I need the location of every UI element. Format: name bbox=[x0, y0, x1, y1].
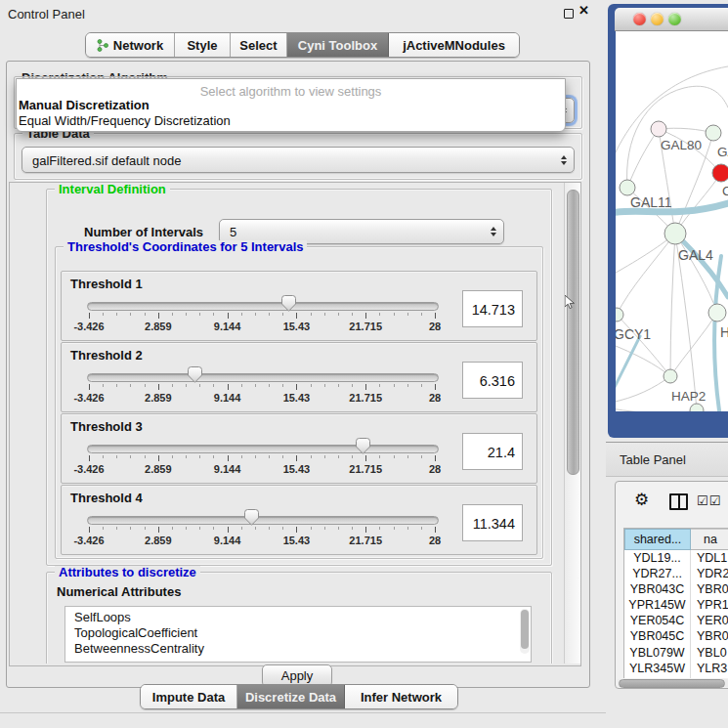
slider-thumb[interactable] bbox=[356, 438, 370, 454]
network-edge[interactable] bbox=[670, 313, 717, 376]
network-node[interactable] bbox=[708, 304, 726, 321]
cell-shared-name[interactable]: YIL052C bbox=[624, 676, 691, 678]
node-attribute-table: shared... na YDL19...YDL1YDR27...YDR2YBR… bbox=[623, 528, 728, 678]
slider-tick bbox=[241, 455, 242, 458]
network-node[interactable] bbox=[664, 223, 686, 244]
slider-tick bbox=[89, 313, 90, 319]
table-row[interactable]: YBR043CYBR0 bbox=[624, 581, 728, 597]
cell-name[interactable]: YBR0 bbox=[691, 581, 728, 597]
table-row[interactable]: YDL19...YDL1 bbox=[624, 550, 728, 566]
cell-name[interactable]: YPR1 bbox=[691, 597, 728, 613]
table-row[interactable]: YBR045CYBR0 bbox=[624, 628, 728, 644]
network-node[interactable] bbox=[620, 180, 635, 195]
zoom-traffic-light-icon[interactable] bbox=[668, 13, 681, 25]
split-columns-icon[interactable] bbox=[669, 493, 688, 510]
network-edge[interactable] bbox=[616, 376, 670, 403]
cell-name[interactable]: YBL0 bbox=[691, 645, 728, 661]
tab-discretize-data[interactable]: Discretize Data bbox=[237, 685, 345, 708]
cell-name[interactable]: YIL0 bbox=[691, 676, 728, 678]
cell-name[interactable]: YDR2 bbox=[691, 566, 728, 581]
cell-name[interactable]: YLR3 bbox=[691, 661, 728, 676]
slider-tick-label: 9.144 bbox=[214, 321, 241, 332]
cell-name[interactable]: YDL1 bbox=[691, 550, 728, 566]
network-edge[interactable] bbox=[616, 336, 640, 395]
column-header-name[interactable]: na bbox=[691, 529, 728, 550]
slider-track[interactable] bbox=[87, 373, 439, 382]
dropdown-option-manual-discretization[interactable]: Manual Discretization bbox=[19, 98, 150, 112]
slider-track[interactable] bbox=[87, 445, 439, 453]
threshold-value-field[interactable]: 6.316 bbox=[462, 362, 523, 399]
slider-tick bbox=[269, 455, 270, 458]
table-row[interactable]: YPR145WYPR1 bbox=[624, 597, 728, 613]
cell-shared-name[interactable]: YPR145W bbox=[624, 597, 691, 613]
list-scrollbar-thumb[interactable] bbox=[521, 610, 529, 649]
network-node[interactable] bbox=[664, 369, 677, 383]
gear-icon[interactable]: ⚙ bbox=[634, 492, 649, 509]
cell-shared-name[interactable]: YBR045C bbox=[624, 628, 691, 644]
network-edge[interactable] bbox=[616, 408, 697, 411]
slider-tick-label: -3.426 bbox=[73, 463, 104, 475]
attribute-item-betweennesscentrality[interactable]: BetweennessCentrality bbox=[65, 641, 531, 657]
dropdown-option-equal-width-frequency-discretization[interactable]: Equal Width/Frequency Discretization bbox=[19, 113, 231, 128]
slider-track[interactable] bbox=[87, 302, 439, 311]
network-node[interactable] bbox=[616, 308, 623, 321]
tab-jactivemnodules[interactable]: jActiveMNodules bbox=[389, 33, 519, 57]
tab-select[interactable]: Select bbox=[231, 33, 287, 57]
list-scrollbar[interactable] bbox=[520, 609, 530, 654]
network-edge[interactable] bbox=[670, 234, 675, 376]
network-window-titlebar[interactable] bbox=[615, 8, 728, 31]
table-row[interactable]: YBL079WYBL0 bbox=[624, 645, 728, 661]
cell-shared-name[interactable]: YBR043C bbox=[624, 581, 691, 597]
cell-shared-name[interactable]: YER054C bbox=[624, 613, 691, 628]
threshold-value-field[interactable]: 11.344 bbox=[462, 504, 523, 541]
slider-thumb[interactable] bbox=[281, 295, 296, 312]
close-icon[interactable]: ✕ bbox=[578, 3, 589, 18]
tab-infer-network[interactable]: Infer Network bbox=[345, 685, 457, 708]
table-row[interactable]: YLR345WYLR3 bbox=[624, 661, 728, 676]
table-row[interactable]: YIL052CYIL0 bbox=[624, 676, 728, 678]
cyni-bottom-tabbar: Impute DataDiscretize DataInfer Network bbox=[140, 684, 458, 709]
network-node[interactable] bbox=[712, 164, 728, 182]
network-node[interactable] bbox=[651, 121, 666, 137]
table-row[interactable]: YDR27...YDR2 bbox=[624, 566, 728, 581]
slider-tick bbox=[421, 455, 422, 458]
slider-tick bbox=[324, 527, 325, 530]
cell-shared-name[interactable]: YBL079W bbox=[624, 645, 691, 661]
column-header-shared-name[interactable]: shared... bbox=[624, 529, 691, 550]
cell-shared-name[interactable]: YLR345W bbox=[624, 661, 691, 676]
network-edge[interactable] bbox=[627, 129, 659, 188]
slider-thumb[interactable] bbox=[188, 366, 202, 383]
cell-shared-name[interactable]: YDL19... bbox=[624, 550, 691, 566]
cell-name[interactable]: YER0 bbox=[691, 613, 728, 628]
tab-style[interactable]: Style bbox=[175, 33, 231, 57]
slider-thumb[interactable] bbox=[244, 509, 259, 526]
table-row[interactable]: YER054CYER0 bbox=[624, 613, 728, 628]
table-hscrollbar-thumb[interactable] bbox=[619, 679, 725, 688]
float-window-icon[interactable] bbox=[564, 9, 574, 19]
settings-scrollbar[interactable] bbox=[564, 183, 580, 664]
cell-shared-name[interactable]: YDR27... bbox=[624, 566, 691, 581]
network-node[interactable] bbox=[706, 125, 721, 141]
slider-tick bbox=[379, 384, 380, 387]
numerical-attributes-list[interactable]: SelfLoopsTopologicalCoefficientBetweenne… bbox=[64, 606, 532, 663]
minimize-traffic-light-icon[interactable] bbox=[651, 13, 664, 25]
close-traffic-light-icon[interactable] bbox=[633, 13, 646, 25]
network-edge[interactable] bbox=[675, 173, 721, 234]
cell-name[interactable]: YBR0 bbox=[691, 628, 728, 644]
tab-network[interactable]: Network bbox=[86, 33, 175, 57]
table-data-select[interactable]: galFiltered.sif default node bbox=[21, 147, 575, 173]
attribute-item-selfloops[interactable]: SelfLoops bbox=[65, 610, 531, 625]
dropdown-placeholder-option[interactable]: Select algorithm to view settings bbox=[17, 84, 565, 99]
network-edge[interactable] bbox=[617, 234, 675, 315]
tab-cyni-toolbox[interactable]: Cyni Toolbox bbox=[287, 33, 389, 57]
network-node[interactable] bbox=[690, 404, 704, 411]
attribute-item-topologicalcoefficient[interactable]: TopologicalCoefficient bbox=[65, 625, 531, 641]
tab-impute-data[interactable]: Impute Data bbox=[141, 685, 237, 708]
network-canvas[interactable]: GAL80GACGAL11GAL4GCY1HHAP2 bbox=[616, 31, 728, 411]
slider-track[interactable] bbox=[87, 516, 439, 525]
threshold-value-field[interactable]: 21.4 bbox=[462, 433, 523, 470]
checkboxes-icon[interactable]: ☑☑ bbox=[697, 493, 721, 508]
table-hscrollbar[interactable] bbox=[618, 679, 728, 687]
threshold-value-field[interactable]: 14.713 bbox=[462, 290, 523, 327]
settings-scrollbar-thumb[interactable] bbox=[567, 190, 579, 475]
